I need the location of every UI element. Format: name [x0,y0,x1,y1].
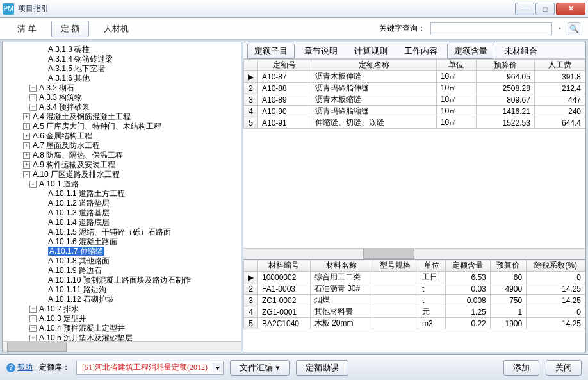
expand-icon[interactable]: + [23,152,30,159]
tab-dinge[interactable]: 定 额 [51,21,90,37]
table-row[interactable]: 5A10-91伸缩缝、切缝、嵌缝10㎡1522.53644.4 [244,117,585,129]
tree-node[interactable]: A.10.1.2 道路垫层 [4,199,240,208]
db-combo[interactable]: [51]河北省建筑工程消耗量定额(2012) ▾ [76,361,224,375]
collapse-icon[interactable]: - [23,171,30,178]
tree-node[interactable]: +A.10.2 排水 [4,304,240,314]
tree-node[interactable]: +A.5 厂库房大门、特种门、木结构工程 [4,122,240,131]
grid2-col[interactable]: 预算价 [490,260,526,272]
minimize-button[interactable]: — [515,3,534,15]
tree-node[interactable]: A.3.1.5 地下室墙 [4,64,240,74]
tree-node[interactable]: A.3.1.3 砖柱 [4,45,240,54]
collapse-icon[interactable]: - [29,181,37,188]
grid2-col[interactable]: 除税系数(%) [527,260,585,272]
tree-node[interactable]: +A.7 屋面及防水工程 [4,141,240,151]
rtab-dingezimu[interactable]: 定额子目 [247,44,295,59]
tree-node[interactable]: +A.3.2 砌石 [4,83,240,93]
expand-icon[interactable]: + [29,94,37,101]
tree-node[interactable]: +A.3.4 预拌砂浆 [4,103,240,112]
expand-icon[interactable]: + [29,335,37,341]
table-row[interactable]: 4ZG1-0001其他材料费元1.2510 [244,306,585,318]
grid2-col[interactable]: 型号规格 [373,260,418,272]
tree-node[interactable]: +A.6 金属结构工程 [4,131,240,141]
table-row[interactable]: 5BA2C1040木板 20mmm30.22190014.25 [244,318,585,329]
table-row[interactable]: 4A10-90沥青玛碲脂缩缝10㎡1416.21240 [244,106,585,117]
close-button[interactable]: ✕ [556,3,585,15]
tree-node[interactable]: A.10.1.12 石砌护坡 [4,295,240,304]
tree-node[interactable]: A.10.1.7 伸缩缝 [4,247,240,256]
grid2-col[interactable]: 单位 [418,260,445,272]
file-compile-button[interactable]: 文件汇编 ▾ [230,360,290,376]
table-row[interactable]: 3ZC1-0002烟煤t0.00875014.25 [244,295,585,306]
material-grid[interactable]: 材料编号材料名称型号规格单位定额含量预算价除税系数(%)▶10000002综合用… [243,260,585,329]
tree-node[interactable]: -A.10.1 道路 [4,179,240,189]
errata-button[interactable]: 定额勘误 [296,360,348,376]
table-row[interactable]: 2FA1-0003石油沥青 30#t0.03490014.25 [244,283,585,295]
tab-qingdan[interactable]: 清 单 [8,21,46,37]
tree-node[interactable]: A.10.1.11 路边沟 [4,285,240,295]
tree-node[interactable]: A.10.1.1 道路土方工程 [4,189,240,199]
tree-node[interactable]: +A.10.4 预拌混凝土定型井 [4,324,240,333]
chevron-down-icon[interactable]: ▾ [213,363,223,372]
tree-node[interactable]: A.10.1.9 路边石 [4,266,240,276]
grid1-col[interactable]: 预算价 [476,60,534,71]
tree-node[interactable]: +A.9 构件运输及安装工程 [4,160,240,170]
cell-qty: 0.22 [445,318,490,329]
tree-node[interactable]: +A.4 混凝土及钢筋混凝土工程 [4,112,240,122]
binoculars-icon[interactable]: 🔍 [568,22,580,35]
help-link[interactable]: ?帮助 [6,362,33,373]
db-combo-value: [51]河北省建筑工程消耗量定额(2012) [77,362,213,373]
tree-hscrollbar[interactable] [3,341,241,352]
tree-node[interactable]: +A.10.3 定型井 [4,314,240,324]
grid2-col[interactable]: 材料编号 [258,260,311,272]
tree-node[interactable]: +A.3.3 构筑物 [4,93,240,103]
tree-label: A.10.1.12 石砌护坡 [48,295,114,304]
table-row[interactable]: 2A10-88沥青玛碲脂伸缝10㎡2508.28212.4 [244,83,585,94]
quota-grid[interactable]: 定额号定额名称单位预算价人工费▶A10-87沥青木板伸缝10㎡964.05391… [243,59,585,129]
tree-node[interactable]: +A.10.5 沉井垫木及灌砂垫层 [4,333,240,341]
expand-icon[interactable]: + [29,325,37,332]
table-row[interactable]: ▶A10-87沥青木板伸缝10㎡964.05391.8 [244,71,585,83]
tree-node[interactable]: A.10.1.4 道路底层 [4,218,240,227]
tree-node[interactable]: A.3.1.4 钢筋砖过梁 [4,54,240,64]
tree-node[interactable]: +A.8 防腐、隔热、保温工程 [4,151,240,160]
expand-icon[interactable]: + [29,85,37,92]
rtab-gongzuo[interactable]: 工作内容 [397,44,445,59]
tree-node[interactable]: A.10.1.5 泥结、干铺碎（砾）石路面 [4,227,240,237]
grid1-col[interactable]: 人工费 [534,60,585,71]
rtab-dingehanliang[interactable]: 定额含量 [447,44,494,59]
grid2-col[interactable]: 材料名称 [310,260,373,272]
rtab-jisuan[interactable]: 计算规则 [347,44,395,59]
tree-label: A.10.1.10 预制混凝土路面块及路边石制作 [48,276,191,285]
expand-icon[interactable]: + [23,123,30,130]
expand-icon[interactable]: + [23,161,30,169]
tree-node[interactable]: A.10.1.3 道路基层 [4,208,240,218]
expand-icon[interactable]: + [23,142,30,149]
grid2-col[interactable]: 定额含量 [445,260,490,272]
search-sep: • [557,24,562,33]
cell-budget: 809.67 [476,94,534,106]
expand-icon[interactable]: + [23,113,30,120]
table-row[interactable]: 3A10-89沥青木板缩缝10㎡809.67447 [244,94,585,106]
grid1-col[interactable]: 定额号 [258,60,311,71]
table-row[interactable]: ▶10000002综合用工二类工日6.53600 [244,272,585,283]
close-dialog-button[interactable]: 关闭 [546,360,582,376]
tree-node[interactable]: -A.10 厂区道路及排水工程 [4,170,240,179]
category-tree[interactable]: A.3.1.3 砖柱 A.3.1.4 钢筋砖过梁 A.3.1.5 地下室墙 A.… [3,42,241,341]
tree-node[interactable]: A.10.1.8 其他路面 [4,256,240,266]
tree-node[interactable]: A.3.1.6 其他 [4,74,240,83]
tab-rencaiji[interactable]: 人材机 [94,21,138,37]
rtab-weicai[interactable]: 未材组合 [497,44,544,59]
tree-node[interactable]: A.10.1.6 混凝土路面 [4,237,240,247]
grid1-col[interactable]: 单位 [436,60,476,71]
search-input[interactable] [430,22,552,35]
rtab-zhangjie[interactable]: 章节说明 [297,44,345,59]
expand-icon[interactable]: + [29,104,37,111]
add-button[interactable]: 添加 [503,360,539,376]
quota-grid-hscrollbar[interactable] [243,248,585,259]
tree-node[interactable]: A.10.1.10 预制混凝土路面块及路边石制作 [4,276,240,285]
expand-icon[interactable]: + [23,133,30,140]
grid1-col[interactable]: 定额名称 [311,60,436,71]
expand-icon[interactable]: + [29,306,37,313]
expand-icon[interactable]: + [29,315,37,322]
maximize-button[interactable]: □ [535,3,555,15]
